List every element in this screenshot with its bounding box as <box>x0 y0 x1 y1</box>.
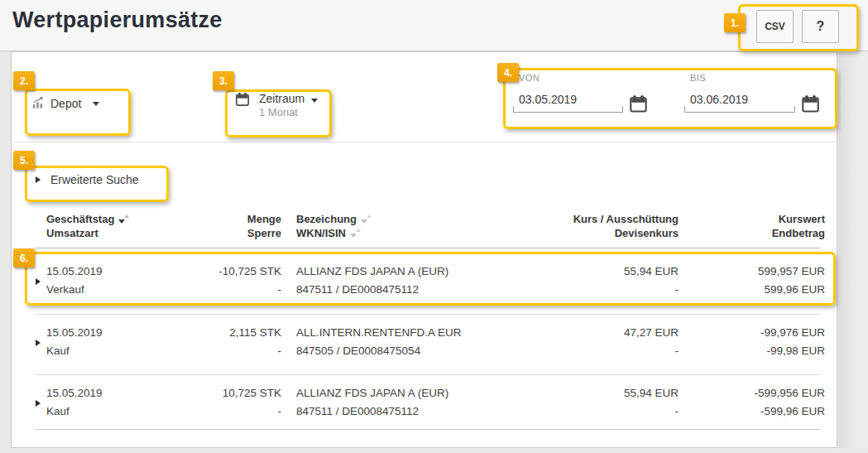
table-row[interactable]: 15.05.2019Verkauf -10,725 STK- ALLIANZ F… <box>12 253 837 314</box>
header-kurs-ausschuettung: Kurs / Ausschüttung <box>483 212 679 226</box>
header-bezeichnung-wkn: Bezeichung WKN/ISIN <box>296 212 495 240</box>
content-panel: Depot Zeitraum 1 Monat VON <box>11 51 837 448</box>
annotation-badge-1: 1. <box>724 13 746 32</box>
cell-kurs: 47,27 EUR <box>483 324 679 342</box>
header-kurswert-endbetrag: Kurswert Endbetrag <box>665 212 825 240</box>
depot-dropdown-label: Depot <box>50 97 81 110</box>
header-menge-sperre: Menge Sperre <box>170 212 281 240</box>
date-to-input[interactable] <box>684 89 795 106</box>
header-umsatzart: Umsatzart <box>46 227 98 239</box>
header-kurs-devisenkurs: Kurs / Ausschüttung Devisenkurs <box>483 212 679 240</box>
cell-sperre: - <box>170 402 281 421</box>
annotation-badge-2: 2. <box>13 71 35 90</box>
header-kurswert: Kurswert <box>665 212 825 226</box>
header-sperre: Sperre <box>170 226 281 240</box>
date-to-group: BIS <box>684 73 795 113</box>
date-from-group: VON <box>513 73 623 113</box>
cell-kurs: 55,94 EUR <box>483 384 679 402</box>
cell-sperre: - <box>170 342 281 360</box>
row-expand-icon[interactable] <box>36 340 41 346</box>
depot-dropdown[interactable]: Depot <box>32 96 99 111</box>
header-geschaeftstag-umsatzart: Geschäftstag Umsatzart <box>46 212 170 240</box>
date-from-calendar-button[interactable] <box>628 94 648 114</box>
help-button[interactable]: ? <box>802 10 839 43</box>
cell-umsatzart: Verkauf <box>46 281 170 299</box>
cell-bezeichnung: ALL.INTERN.RENTENFD.A EUR <box>296 324 495 342</box>
calendar-icon <box>235 92 250 118</box>
chevron-right-icon <box>36 176 41 183</box>
cell-geschaeftstag: 15.05.2019 <box>46 263 170 281</box>
advanced-search-toggle[interactable]: Erweiterte Suche <box>36 173 139 186</box>
filter-divider <box>12 142 837 142</box>
cell-wkn-isin: 847511 / DE0008475112 <box>296 402 495 421</box>
cell-bezeichnung: ALLIANZ FDS JAPAN A (EUR) <box>296 384 495 402</box>
header-bezeichnung[interactable]: Bezeichung <box>296 213 357 225</box>
advanced-search-label: Erweiterte Suche <box>50 173 139 186</box>
sort-icon-wkn-isin[interactable] <box>350 229 361 238</box>
zeitraum-dropdown[interactable]: Zeitraum 1 Monat <box>235 92 318 118</box>
row-expand-icon[interactable] <box>36 278 41 285</box>
cell-wkn-isin: 847511 / DE0008475112 <box>296 281 495 299</box>
table-row[interactable]: 15.05.2019Kauf 2,115 STK- ALL.INTERN.REN… <box>12 314 837 374</box>
table-header-underline <box>35 248 820 248</box>
date-from-field[interactable] <box>513 89 623 113</box>
zeitraum-selected-value: 1 Monat <box>259 106 318 118</box>
cell-menge: -10,725 STK <box>170 263 281 281</box>
date-to-calendar-button[interactable] <box>800 94 820 114</box>
annotation-badge-6: 6. <box>13 248 35 267</box>
chevron-down-icon <box>311 99 318 103</box>
cell-umsatzart: Kauf <box>46 402 170 421</box>
cell-sperre: - <box>170 281 281 299</box>
header-geschaeftstag[interactable]: Geschäftstag <box>46 213 114 225</box>
date-to-field[interactable] <box>684 89 795 113</box>
page-title: Wertpapierumsätze <box>12 7 223 33</box>
cell-endbetrag: 599,96 EUR <box>665 281 825 299</box>
date-from-input[interactable] <box>513 89 623 106</box>
cell-menge: 10,725 STK <box>170 384 281 402</box>
screen: Wertpapierumsätze CSV ? Depot <box>0 0 868 453</box>
depot-chart-icon <box>32 96 46 111</box>
cell-kurswert: 599,957 EUR <box>665 263 825 281</box>
zeitraum-dropdown-label: Zeitraum <box>259 92 318 105</box>
cell-menge: 2,115 STK <box>170 324 281 342</box>
date-from-label: VON <box>519 73 623 83</box>
sort-icon-geschaeftstag[interactable] <box>118 214 129 224</box>
cell-endbetrag: -99,98 EUR <box>665 342 825 360</box>
date-to-label: BIS <box>690 73 795 83</box>
header-devisenkurs: Devisenkurs <box>483 226 679 240</box>
cell-wkn-isin: 847505 / DE0008475054 <box>296 342 495 360</box>
csv-export-button[interactable]: CSV <box>756 10 794 43</box>
chevron-down-icon <box>93 102 99 106</box>
sort-icon-bezeichnung[interactable] <box>361 214 372 224</box>
header-wkn-isin[interactable]: WKN/ISIN <box>296 227 346 239</box>
table-row[interactable]: 15.05.2019Kauf 10,725 STK- ALLIANZ FDS J… <box>12 374 837 429</box>
cell-endbetrag: -599,96 EUR <box>665 402 825 421</box>
annotation-badge-3: 3. <box>213 71 234 90</box>
cell-geschaeftstag: 15.05.2019 <box>46 384 170 402</box>
cell-kurswert: -599,956 EUR <box>665 384 825 402</box>
cell-devisenkurs: - <box>483 402 679 421</box>
cell-devisenkurs: - <box>483 342 679 360</box>
annotation-badge-5: 5. <box>13 151 35 170</box>
right-gutter <box>838 51 868 448</box>
cell-geschaeftstag: 15.05.2019 <box>46 324 170 342</box>
header-menge: Menge <box>170 212 281 226</box>
row-expand-icon[interactable] <box>36 400 41 407</box>
cell-devisenkurs: - <box>483 281 679 299</box>
annotation-badge-4: 4. <box>497 63 519 82</box>
cell-kurswert: -99,976 EUR <box>665 324 825 342</box>
calendar-icon <box>629 104 648 116</box>
cell-umsatzart: Kauf <box>46 342 170 360</box>
cell-kurs: 55,94 EUR <box>483 263 679 281</box>
calendar-icon <box>801 104 820 116</box>
header-endbetrag: Endbetrag <box>665 226 825 240</box>
table-bottom-border <box>35 429 820 430</box>
cell-bezeichnung: ALLIANZ FDS JAPAN A (EUR) <box>296 263 495 281</box>
